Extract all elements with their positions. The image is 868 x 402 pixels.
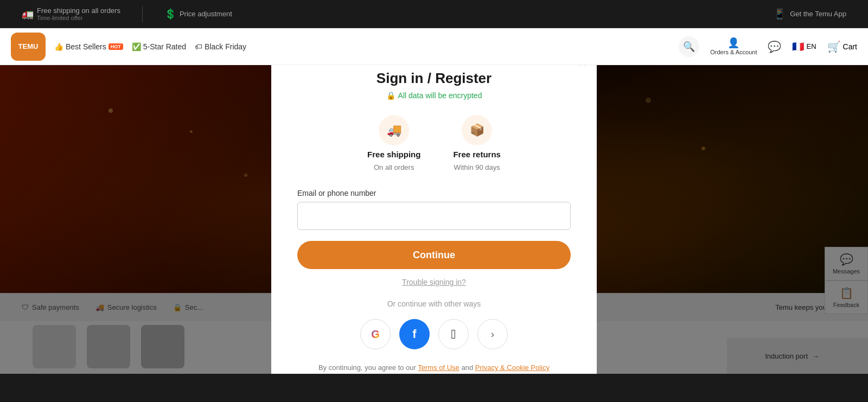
star-icon: 👍 (54, 42, 63, 51)
benefit-returns: 📦 Free returns Within 90 days (453, 115, 501, 171)
lock-green-icon: 🔒 (386, 91, 395, 100)
hot-badge: HOT (108, 43, 123, 50)
benefits-row: 🚚 Free shipping On all orders 📦 Free ret… (297, 115, 571, 171)
five-star-icon: ✅ (132, 42, 141, 51)
dollar-icon: 💲 (164, 8, 176, 20)
orders-account-button[interactable]: 👤 Orders & Account (710, 37, 757, 56)
person-icon: 👤 (727, 37, 739, 49)
continue-button[interactable]: Continue (297, 241, 571, 269)
temu-logo[interactable]: TEMU (11, 33, 46, 61)
apple-signin-button[interactable]:  (438, 319, 469, 349)
shipping-benefit-title: Free shipping (367, 150, 420, 159)
sale-icon: 🏷 (195, 42, 202, 51)
facebook-icon: f (412, 327, 416, 341)
returns-icon-circle: 📦 (462, 115, 492, 145)
header-right: 🔍 👤 Orders & Account 💬 🇫🇷 EN 🛒 Cart (679, 36, 857, 57)
shipping-benefit-sub: On all orders (374, 163, 414, 171)
privacy-cookie-link[interactable]: Privacy & Cookie Policy (475, 363, 550, 372)
black-friday-nav[interactable]: 🏷 Black Friday (195, 42, 246, 51)
page-content: 🛡 Safe payments 🚚 Secure logistics 🔒 Sec… (0, 65, 868, 374)
cart-icon: 🛒 (827, 40, 841, 53)
orders-account-label: Orders & Account (710, 49, 757, 56)
more-options-button[interactable]: › (477, 319, 508, 349)
logo-text: TEMU (18, 42, 39, 51)
cart-button[interactable]: 🛒 Cart (827, 40, 857, 53)
shipping-icon-circle: 🚚 (379, 115, 409, 145)
shipping-sub: Time-limited offer (37, 15, 120, 21)
best-sellers-label: Best Sellers (66, 42, 106, 51)
returns-benefit-title: Free returns (453, 150, 501, 159)
truck-icon: 🚛 (22, 8, 34, 20)
language-selector[interactable]: 🇫🇷 EN (792, 41, 816, 53)
facebook-signin-button[interactable]: f (399, 319, 430, 349)
flag-icon: 🇫🇷 (792, 41, 804, 53)
black-friday-label: Black Friday (205, 42, 246, 51)
google-signin-button[interactable]: G (360, 319, 391, 349)
terms-text: By continuing, you agree to our Terms of… (297, 362, 571, 373)
encrypted-notice: 🔒 All data will be encrypted (297, 91, 571, 100)
trouble-signing-link[interactable]: Trouble signing in? (297, 278, 571, 286)
terms-middle: and (459, 363, 475, 372)
social-buttons: G f  › (297, 319, 571, 349)
five-star-nav[interactable]: ✅ 5-Star Rated (132, 42, 186, 51)
divider (142, 6, 143, 22)
top-bar: 🚛 Free shipping on all orders Time-limit… (0, 0, 868, 28)
nav-items: 👍 Best Sellers HOT ✅ 5-Star Rated 🏷 Blac… (54, 42, 246, 51)
shipping-icon: 🚚 (387, 123, 401, 137)
phone-icon: 📱 (774, 8, 786, 20)
best-sellers-nav[interactable]: 👍 Best Sellers HOT (54, 42, 123, 51)
encrypted-label: All data will be encrypted (398, 91, 482, 100)
google-icon: G (371, 328, 380, 341)
terms-prefix: By continuing, you agree to our (318, 363, 418, 372)
email-label: Email or phone number (297, 189, 571, 197)
get-app-section: 📱 Get the Temu App (774, 8, 846, 20)
shipping-label: Free shipping on all orders (37, 7, 120, 15)
price-label: Price adjustment (180, 10, 232, 18)
search-icon: 🔍 (683, 41, 695, 53)
terms-of-use-link[interactable]: Terms of Use (418, 363, 459, 372)
modal-title: Sign in / Register (297, 70, 571, 87)
apple-icon:  (451, 327, 456, 342)
search-button[interactable]: 🔍 (679, 36, 699, 57)
price-adjustment: 💲 Price adjustment (164, 8, 232, 20)
signin-modal: × Sign in / Register 🔒 All data will be … (271, 65, 597, 374)
five-star-label: 5-Star Rated (143, 42, 186, 51)
header: TEMU 👍 Best Sellers HOT ✅ 5-Star Rated 🏷… (0, 28, 868, 65)
get-app-label: Get the Temu App (790, 10, 846, 18)
cart-label: Cart (843, 42, 857, 51)
chevron-right-icon: › (491, 329, 494, 340)
benefit-shipping: 🚚 Free shipping On all orders (367, 115, 420, 171)
messages-icon-header[interactable]: 💬 (768, 40, 781, 53)
returns-icon: 📦 (470, 123, 484, 137)
returns-benefit-sub: Within 90 days (454, 163, 500, 171)
free-shipping-notice: 🚛 Free shipping on all orders Time-limit… (22, 7, 120, 21)
email-phone-input[interactable] (297, 202, 571, 230)
other-ways-label: Or continue with other ways (297, 299, 571, 308)
modal-overlay: × Sign in / Register 🔒 All data will be … (0, 65, 868, 374)
lang-label: EN (806, 42, 816, 50)
modal-close-button[interactable]: × (579, 65, 586, 69)
